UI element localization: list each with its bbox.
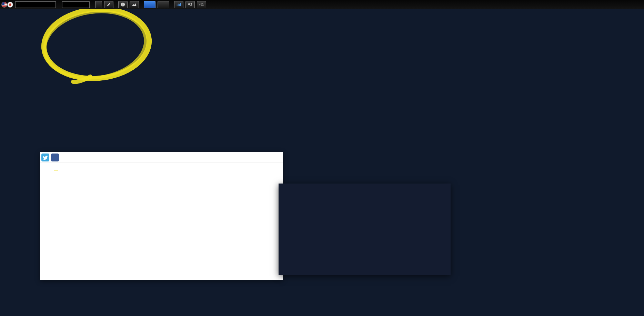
bond-yield-widget[interactable] xyxy=(40,152,283,280)
currency-pair-select[interactable] xyxy=(15,1,56,8)
ask-button[interactable] xyxy=(158,1,169,8)
us-flag-icon xyxy=(1,2,7,8)
area-chart-icon xyxy=(132,2,137,7)
bid-button[interactable] xyxy=(144,1,155,8)
technical-select-button[interactable] xyxy=(95,1,102,8)
timeframe-select[interactable] xyxy=(62,1,90,8)
twitter-icon[interactable] xyxy=(41,154,49,161)
facebook-icon[interactable] xyxy=(51,154,59,161)
japan-flag-icon xyxy=(7,2,13,8)
info-button[interactable] xyxy=(118,1,128,8)
zoom-in-icon xyxy=(199,2,204,7)
zoom-out-icon xyxy=(188,2,192,7)
info-icon xyxy=(121,2,125,7)
widget-quote-row xyxy=(40,163,283,178)
zoom-in-button[interactable] xyxy=(197,1,206,8)
zoom-out-button[interactable] xyxy=(185,1,195,8)
chart-type-button[interactable] xyxy=(130,1,139,8)
draw-pencil-button[interactable] xyxy=(104,1,113,8)
mini-chart-canvas[interactable] xyxy=(279,184,451,275)
chart-toolbar xyxy=(0,0,644,9)
mini-chart-window[interactable] xyxy=(279,184,451,275)
quote-time-badge xyxy=(54,170,58,171)
trading-app-window xyxy=(0,0,644,316)
widget-header xyxy=(40,152,283,163)
pencil-icon xyxy=(107,2,111,7)
indicator-chart-icon xyxy=(177,2,181,7)
indicator-window-button[interactable] xyxy=(174,1,183,8)
